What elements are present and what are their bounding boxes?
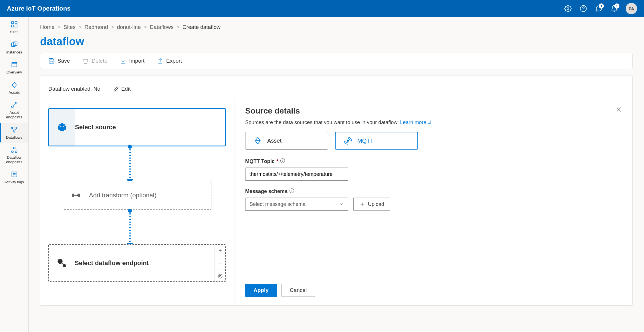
avatar[interactable]: PA (626, 3, 637, 14)
export-button[interactable]: Export (157, 58, 182, 64)
editor: Select source Add transform (optional) (40, 98, 632, 305)
svg-rect-5 (11, 25, 14, 27)
svg-point-11 (11, 106, 13, 108)
action-buttons: Apply Cancel (245, 284, 622, 297)
info-icon[interactable] (280, 158, 285, 165)
dataflow-enabled-status: Dataflow enabled: No (48, 86, 100, 92)
sidebar-label: Activity logs (4, 180, 24, 184)
main-content: Home> Sites> Redmond> donut-line> Datafl… (29, 17, 644, 332)
svg-point-16 (13, 147, 15, 149)
svg-point-17 (11, 151, 13, 153)
help-icon[interactable] (579, 5, 587, 13)
svg-point-32 (347, 140, 349, 142)
breadcrumb-item[interactable]: Redmond (84, 24, 108, 30)
zoom-in-button[interactable]: + (215, 244, 225, 257)
breadcrumb: Home> Sites> Redmond> donut-line> Datafl… (40, 24, 633, 30)
svg-rect-9 (12, 63, 17, 67)
svg-point-12 (15, 102, 17, 104)
svg-point-29 (63, 265, 66, 267)
details-panel: Source details Sources are the data sour… (235, 98, 632, 305)
transform-icon (63, 190, 89, 200)
zoom-fit-button[interactable]: ◎ (215, 269, 225, 282)
app-header: Azure IoT Operations 1 1 PA (0, 0, 644, 17)
connector (129, 146, 131, 181)
details-description: Sources are the data sources that you wa… (245, 120, 622, 126)
connector (129, 210, 131, 245)
editor-card: Dataflow enabled: No Edit Select source (40, 75, 633, 306)
breadcrumb-item[interactable]: Home (40, 24, 55, 30)
sidebar-item-activity-logs[interactable]: Activity logs (0, 167, 28, 188)
svg-rect-3 (11, 21, 14, 24)
source-label: Select source (75, 124, 116, 131)
breadcrumb-item[interactable]: donut-line (117, 24, 141, 30)
notifications-icon[interactable]: 1 (610, 5, 618, 13)
delete-button: Delete (82, 58, 107, 64)
close-icon[interactable] (616, 106, 622, 114)
external-link-icon (427, 120, 431, 124)
info-icon[interactable] (289, 188, 294, 195)
transform-label: Add transform (optional) (89, 192, 156, 199)
app-title: Azure IoT Operations (7, 5, 564, 12)
toolbar: Save Delete Import Export (40, 53, 632, 69)
status-bar: Dataflow enabled: No Edit (40, 80, 632, 98)
svg-point-18 (15, 151, 17, 153)
mqtt-topic-label: MQTT Topic * (245, 158, 622, 165)
toolbar-card: Save Delete Import Export (40, 53, 633, 69)
chevron-down-icon (339, 202, 344, 207)
mqtt-topic-input[interactable] (245, 168, 348, 181)
sidebar-label: Instances (6, 50, 22, 55)
feedback-badge: 1 (599, 3, 604, 9)
svg-point-15 (13, 131, 15, 132)
schema-label: Message schema (245, 188, 622, 195)
sidebar-item-overview[interactable]: Overview (0, 57, 28, 78)
breadcrumb-item[interactable]: Sites (64, 24, 76, 30)
cancel-button[interactable]: Cancel (282, 284, 315, 297)
zoom-controls: + − ◎ (215, 244, 225, 282)
sidebar-label: Overview (6, 70, 22, 75)
endpoint-icon (49, 258, 75, 268)
breadcrumb-current: Create dataflow (183, 24, 221, 30)
import-button[interactable]: Import (120, 58, 144, 64)
sidebar-label: Dataflow endpoints (1, 155, 27, 164)
svg-point-1 (580, 5, 586, 12)
svg-rect-6 (15, 25, 17, 27)
sidebar: Sites Instances Overview Assets Asset en… (0, 17, 29, 332)
details-title: Source details (245, 106, 622, 116)
divider (107, 85, 107, 93)
sidebar-item-asset-endpoints[interactable]: Asset endpoints (0, 98, 28, 122)
sidebar-item-instances[interactable]: Instances (0, 37, 28, 58)
save-button[interactable]: Save (48, 58, 70, 64)
upload-button[interactable]: Upload (353, 198, 390, 211)
transform-node[interactable]: Add transform (optional) (63, 181, 211, 210)
sidebar-label: Assets (9, 90, 20, 95)
sidebar-label: Dataflows (6, 135, 22, 140)
zoom-out-button[interactable]: − (215, 257, 225, 270)
page-title: dataflow (40, 35, 633, 48)
cube-icon (49, 122, 75, 132)
flow-canvas: Select source Add transform (optional) (40, 98, 235, 305)
sidebar-item-assets[interactable]: Assets (0, 78, 28, 98)
sidebar-item-sites[interactable]: Sites (0, 17, 28, 37)
sidebar-item-dataflow-endpoints[interactable]: Dataflow endpoints (0, 143, 28, 167)
svg-rect-4 (15, 21, 17, 24)
destination-label: Select dataflow endpoint (75, 259, 149, 267)
asset-tab[interactable]: Asset (245, 132, 328, 150)
source-node[interactable]: Select source (48, 108, 226, 146)
feedback-icon[interactable]: 1 (595, 5, 603, 13)
breadcrumb-item[interactable]: Dataflows (150, 24, 173, 30)
sidebar-item-dataflows[interactable]: Dataflows (0, 123, 28, 143)
svg-point-0 (567, 8, 569, 10)
source-type-tabs: Asset MQTT (245, 132, 622, 150)
destination-node[interactable]: Select dataflow endpoint + − ◎ (48, 244, 226, 282)
sidebar-label: Sites (10, 30, 18, 34)
schema-select[interactable]: Select message schema (245, 198, 348, 211)
svg-rect-25 (72, 194, 74, 197)
mqtt-tab[interactable]: MQTT (335, 132, 418, 150)
header-actions: 1 1 PA (564, 3, 637, 14)
edit-button[interactable]: Edit (113, 86, 131, 92)
apply-button[interactable]: Apply (245, 284, 277, 297)
learn-more-link[interactable]: Learn more (400, 120, 431, 125)
settings-icon[interactable] (564, 5, 572, 13)
svg-point-14 (16, 127, 17, 128)
notifications-badge: 1 (614, 3, 619, 9)
